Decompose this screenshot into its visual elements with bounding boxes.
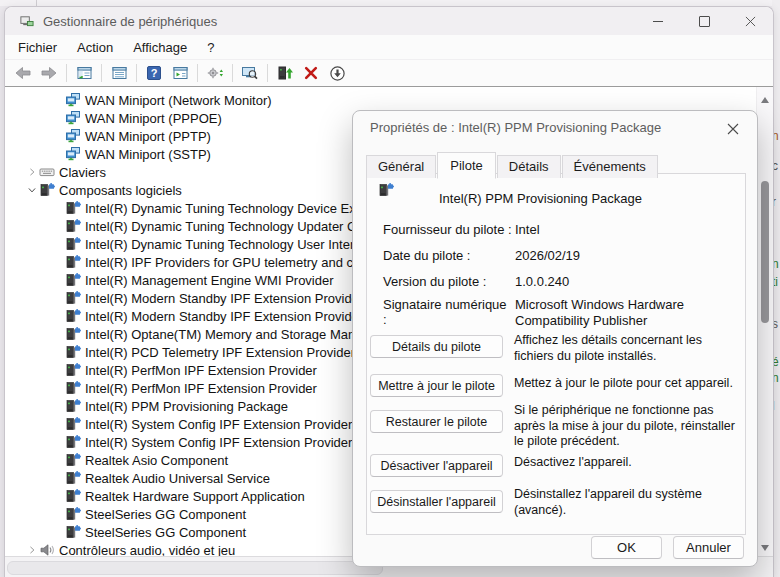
roll-back-driver-button[interactable]: Restaurer le pilote: [370, 410, 503, 433]
tree-item-label: WAN Miniport (SSTP): [84, 147, 211, 162]
tree-item-label: Intel(R) System Config IPF Extension Pro…: [84, 435, 352, 450]
tab-général[interactable]: Général: [366, 155, 436, 178]
close-button[interactable]: [727, 7, 773, 35]
close-icon: [745, 16, 756, 27]
update-driver-button[interactable]: Mettre à jour le pilote: [370, 374, 503, 397]
vertical-scrollbar[interactable]: [756, 87, 773, 557]
scrollbar-corner: [757, 556, 773, 577]
ok-button[interactable]: OK: [591, 536, 662, 559]
component-icon: [65, 398, 81, 414]
disable-device-button[interactable]: [324, 61, 350, 85]
maximize-icon: [699, 16, 710, 27]
chevron-right-icon[interactable]: [24, 543, 39, 558]
device-manager-app-icon: [19, 14, 34, 29]
driver-info-value: 1.0.0.240: [515, 274, 741, 290]
tree-item-label: Intel(R) Dynamic Tuning Technology User …: [84, 237, 391, 252]
forward-button[interactable]: [36, 61, 62, 85]
component-icon: [65, 380, 81, 396]
component-icon: [39, 182, 55, 198]
scan-hardware-button[interactable]: [202, 61, 228, 85]
tree-item[interactable]: WAN Miniport (Network Monitor): [10, 91, 756, 109]
tree-item-label: Claviers: [58, 165, 106, 180]
uninstall-device-button[interactable]: Désinstaller l'appareil: [370, 490, 503, 513]
uninstall-device-button[interactable]: [298, 61, 324, 85]
toolbar-separator: [101, 64, 102, 82]
action-pane-button[interactable]: [167, 61, 193, 85]
component-icon: [65, 326, 81, 342]
driver-info-value: Microsoft Windows Hardware Compatibility…: [515, 297, 741, 328]
tree-item-label: WAN Miniport (PPPOE): [84, 111, 222, 126]
component-icon: [65, 416, 81, 432]
menu-item-fichier[interactable]: Fichier: [8, 37, 67, 58]
tree-item-label: WAN Miniport (Network Monitor): [84, 93, 272, 108]
driver-info-label: Version du pilote :: [383, 274, 513, 289]
maximize-button[interactable]: [681, 7, 727, 35]
dialog-tabs: GénéralPiloteDétailsÉvénements: [366, 152, 659, 178]
tab-pilote[interactable]: Pilote: [437, 152, 496, 179]
tree-item-label: Intel(R) PPM Provisioning Package: [84, 399, 288, 414]
minimize-button[interactable]: [635, 7, 681, 35]
device-name: Intel(R) PPM Provisioning Package: [439, 191, 642, 206]
component-icon: [65, 308, 81, 324]
properties-button[interactable]: [106, 61, 132, 85]
component-icon: [65, 344, 81, 360]
component-icon: [65, 524, 81, 540]
update-driver-button[interactable]: [272, 61, 298, 85]
tab-événements[interactable]: Événements: [562, 155, 658, 178]
tree-item-label: Intel(R) Dynamic Tuning Technology Devic…: [84, 201, 390, 216]
software-component-icon: [378, 182, 412, 216]
component-icon: [65, 506, 81, 522]
tree-item-label: Realtek Hardware Support Application: [84, 489, 305, 504]
scroll-down-icon[interactable]: [757, 541, 773, 555]
tree-item-label: Intel(R) PCD Telemetry IPF Extension Pro…: [84, 345, 355, 360]
driver-details-button[interactable]: Détails du pilote: [370, 335, 503, 358]
disable-device-description: Désactivez l'appareil.: [514, 455, 744, 471]
toolbar-separator: [136, 64, 137, 82]
driver-info-label: Date du pilote :: [383, 248, 513, 263]
menu-item-?[interactable]: ?: [197, 37, 224, 58]
disable-device-button[interactable]: Désactiver l'appareil: [370, 454, 503, 477]
network-icon: [65, 146, 81, 162]
help-button[interactable]: ?: [141, 61, 167, 85]
device-search-icon: [241, 65, 259, 81]
network-icon: [65, 92, 81, 108]
menu-item-action[interactable]: Action: [67, 37, 123, 58]
scrollbar-thumb[interactable]: [761, 181, 769, 323]
driver-info-label: Signataire numérique :: [383, 297, 513, 327]
back-button[interactable]: [10, 61, 36, 85]
component-icon: [65, 218, 81, 234]
network-icon: [65, 128, 81, 144]
tree-item-label: Intel(R) Optane(TM) Memory and Storage M…: [84, 327, 388, 342]
chevron-down-icon[interactable]: [24, 183, 39, 198]
menu-item-affichage[interactable]: Affichage: [123, 37, 197, 58]
toolbar-separator: [267, 64, 268, 82]
tree-item-label: Contrôleurs audio, vidéo et jeu: [58, 543, 235, 558]
dialog-close-button[interactable]: [722, 119, 744, 139]
tab-détails[interactable]: Détails: [497, 155, 561, 178]
component-icon: [65, 200, 81, 216]
component-icon: [65, 452, 81, 468]
audio-icon: [39, 542, 55, 557]
scan-hardware-icon: [206, 65, 224, 81]
device-search-button[interactable]: [237, 61, 263, 85]
properties-dialog: Propriétés de : Intel(R) PPM Provisionin…: [352, 110, 758, 567]
uninstall-device-icon: [303, 65, 319, 81]
properties-icon: [111, 65, 128, 81]
update-driver-description: Mettez à jour le pilote pour cet apparei…: [514, 376, 744, 392]
driver-info-value: 2026/02/19: [515, 248, 741, 264]
tree-item-label: Intel(R) Modern Standby IPF Extension Pr…: [84, 291, 363, 306]
scroll-up-icon[interactable]: [757, 93, 773, 107]
network-icon: [65, 110, 81, 126]
tree-item-label: Composants logiciels: [58, 183, 182, 198]
component-icon: [65, 362, 81, 378]
console-tree-button[interactable]: [71, 61, 97, 85]
horizontal-scrollbar-thumb[interactable]: [7, 561, 383, 575]
tree-item-label: Intel(R) IPF Providers for GPU telemetry…: [84, 255, 392, 270]
roll-back-driver-description: Si le périphérique ne fonctionne pas apr…: [514, 403, 744, 450]
chevron-right-icon[interactable]: [24, 165, 39, 180]
component-icon: [65, 434, 81, 450]
tree-item-label: SteelSeries GG Component: [84, 525, 246, 540]
cancel-button[interactable]: Annuler: [673, 536, 744, 559]
menu-bar: FichierActionAffichage?: [5, 35, 773, 60]
component-icon: [65, 488, 81, 504]
